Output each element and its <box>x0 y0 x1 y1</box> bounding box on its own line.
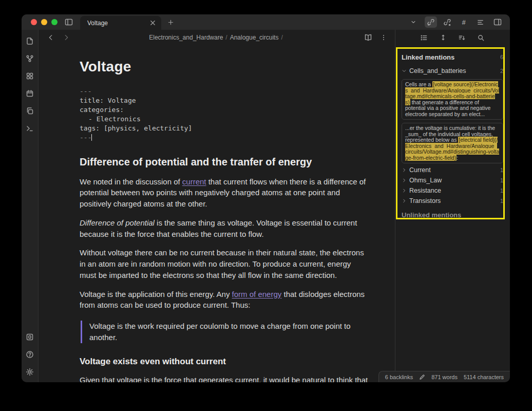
backlinks-icon[interactable] <box>425 16 437 28</box>
word-count-status: 871 words <box>431 374 458 380</box>
backlink-count-status[interactable]: 6 backlinks <box>385 374 413 380</box>
tab-close-icon[interactable] <box>148 18 157 28</box>
left-sidebar-toggle-icon[interactable] <box>63 16 75 28</box>
editor-pane: Electronics_and_Hardware/Analogue_circui… <box>39 30 395 382</box>
templates-copy-icon[interactable] <box>24 106 35 116</box>
sort-order-icon[interactable] <box>456 32 468 43</box>
text-cursor <box>91 134 92 141</box>
frontmatter-categories-line: categories: <box>80 105 369 115</box>
backlink-group-cells-and-batteries[interactable]: Cells_and_batteries 2 <box>402 66 503 76</box>
section-heading-difference-of-potential: Difference of potential and the tranfer … <box>80 155 369 170</box>
forward-arrow-icon[interactable] <box>60 32 72 43</box>
section-heading-voltage-without-current: Voltage exists even without current <box>80 356 369 368</box>
paragraph-4: Voltage is the application of this energ… <box>80 289 369 311</box>
character-count-status: 5114 characters <box>464 374 504 380</box>
view-action-icons: # <box>425 16 486 28</box>
chevron-right-icon <box>402 167 407 173</box>
breadcrumb-folder[interactable]: Electronics_and_Hardware <box>149 34 223 41</box>
hash-glyph: # <box>462 18 465 26</box>
breadcrumb-separator: / <box>223 34 230 41</box>
tags-icon[interactable]: # <box>458 16 470 28</box>
daily-note-calendar-icon[interactable] <box>24 88 35 99</box>
frontmatter-category-item: - Electronics <box>80 115 369 124</box>
frontmatter-tags-line: tags: [physics, electricity] <box>80 124 369 133</box>
traffic-lights <box>22 19 63 25</box>
reading-view-icon[interactable] <box>362 32 374 43</box>
backlink-match-1[interactable]: Cells are a [voltage source](/Electronic… <box>402 79 503 120</box>
paragraph-2: Difference of potential is the same thin… <box>80 217 369 240</box>
breadcrumb-subfolder[interactable]: Analogue_circuits <box>230 34 279 41</box>
outgoing-links-icon[interactable] <box>441 16 453 28</box>
tab-list-chevron-icon[interactable] <box>407 16 420 28</box>
terminal-icon[interactable] <box>24 123 35 134</box>
backlink-match-2[interactable]: ...er the voltage is cumulative: it is t… <box>402 123 503 163</box>
view-header: Electronics_and_Hardware/Analogue_circui… <box>39 30 395 45</box>
vault-switcher-icon[interactable] <box>24 332 35 342</box>
backlink-group-current[interactable]: Current 1 <box>402 165 503 175</box>
new-note-icon[interactable] <box>24 36 35 46</box>
close-window-button[interactable] <box>31 19 37 25</box>
chevron-down-icon <box>402 68 407 73</box>
back-arrow-icon[interactable] <box>45 32 57 43</box>
paragraph-1: We noted in the discussion of current th… <box>80 176 369 210</box>
backlink-group-transistors[interactable]: Transistors 1 <box>402 196 503 206</box>
expand-collapse-icon[interactable] <box>437 32 449 43</box>
right-sidebar-toggle-icon[interactable] <box>491 16 504 28</box>
backlinks-panel: Linked mentions 6 Cells_and_batteries 2 … <box>395 30 509 382</box>
internal-link-form-of-energy[interactable]: form of energy <box>232 290 282 298</box>
search-icon[interactable] <box>475 32 487 43</box>
edit-mode-pencil-icon[interactable] <box>419 374 425 380</box>
backlinks-panel-header <box>395 30 509 45</box>
status-bar: 6 backlinks 871 words 5114 characters <box>378 371 510 382</box>
backlinks-panel-body: Linked mentions 6 Cells_and_batteries 2 … <box>395 45 509 382</box>
frontmatter-block[interactable]: --- title: Voltage categories: - Electro… <box>80 87 369 142</box>
minimize-window-button[interactable] <box>41 19 47 25</box>
chevron-right-icon <box>402 178 407 183</box>
collapsed-backlink-groups: Current 1 Ohms_Law 1 Resistance 1 <box>402 165 503 206</box>
linked-mentions-header[interactable]: Linked mentions 6 <box>402 52 503 62</box>
breadcrumb-separator: / <box>278 34 285 41</box>
ribbon <box>22 30 39 382</box>
note-editor[interactable]: Voltage --- title: Voltage categories: -… <box>39 45 395 382</box>
paragraph-3: Without voltage there can be no current … <box>80 247 369 281</box>
more-options-icon[interactable] <box>377 32 390 43</box>
frontmatter-title-line: title: Voltage <box>80 96 369 105</box>
bullet-list-icon[interactable] <box>418 32 430 43</box>
frontmatter-fence-close: --- <box>80 133 369 142</box>
linked-mentions-title: Linked mentions <box>402 53 454 61</box>
backlink-group-ohms-law[interactable]: Ohms_Law 1 <box>402 175 503 185</box>
titlebar: Voltage # <box>22 14 510 30</box>
chevron-right-icon <box>402 188 407 193</box>
unlinked-mentions-header[interactable]: Unlinked mentions <box>402 211 503 219</box>
outline-icon[interactable] <box>474 16 486 28</box>
inline-title[interactable]: Voltage <box>80 57 369 78</box>
tab-title: Voltage <box>87 20 148 27</box>
linked-mentions-count: 6 <box>500 54 503 60</box>
breadcrumb: Electronics_and_Hardware/Analogue_circui… <box>72 34 362 41</box>
paragraph-5: Given that voltage is the force that gen… <box>80 375 369 382</box>
chevron-right-icon <box>402 198 407 203</box>
obsidian-window: Voltage # <box>22 14 510 382</box>
help-icon[interactable] <box>24 349 35 360</box>
graph-view-icon[interactable] <box>24 53 35 64</box>
internal-link-current[interactable]: current <box>182 177 206 186</box>
maximize-window-button[interactable] <box>51 19 58 25</box>
settings-gear-icon[interactable] <box>24 367 35 377</box>
new-tab-button[interactable] <box>164 16 177 28</box>
frontmatter-fence-open: --- <box>80 87 369 96</box>
dashboard-grid-icon[interactable] <box>24 71 35 81</box>
voltage-definition-blockquote: Voltage is the work required per coulomb… <box>81 321 369 343</box>
backlink-group-resistance[interactable]: Resistance 1 <box>402 185 503 196</box>
tab-voltage[interactable]: Voltage <box>80 16 161 30</box>
